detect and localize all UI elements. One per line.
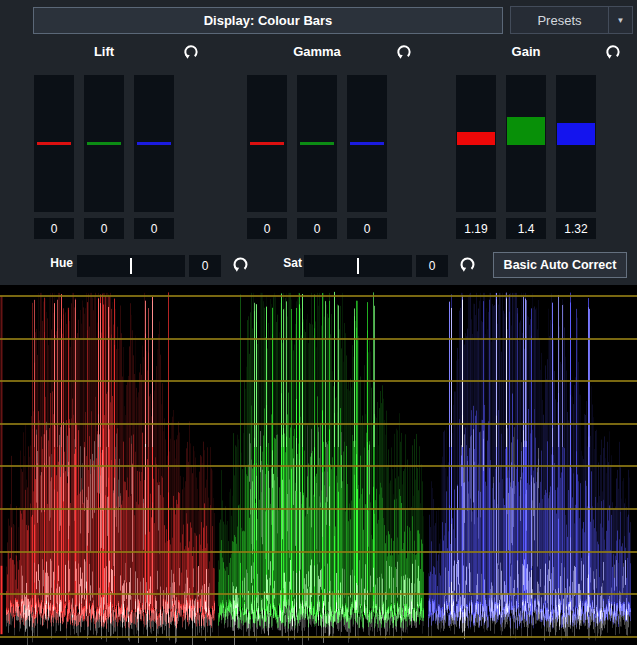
- hue-label: Hue: [38, 256, 73, 270]
- gain-green-value[interactable]: 1.4: [506, 218, 546, 239]
- gamma-blue-slider[interactable]: [347, 75, 387, 212]
- lift-green-handle[interactable]: [87, 142, 121, 145]
- lift-blue-value[interactable]: 0: [134, 218, 174, 239]
- gamma-blue-handle[interactable]: [350, 142, 384, 145]
- gain-reset-icon[interactable]: [604, 43, 622, 61]
- hue-slider[interactable]: [77, 255, 185, 277]
- basic-auto-correct-button[interactable]: Basic Auto Correct: [493, 252, 627, 278]
- gamma-green-value[interactable]: 0: [297, 218, 337, 239]
- gamma-label: Gamma: [247, 44, 387, 59]
- lift-green-slider[interactable]: [84, 75, 124, 212]
- reset-circular-arrow-icon: [231, 255, 250, 274]
- sat-label: Sat: [266, 256, 302, 270]
- gamma-red-slider[interactable]: [247, 75, 287, 212]
- lift-blue-slider[interactable]: [134, 75, 174, 212]
- gain-green-slider[interactable]: [506, 75, 546, 212]
- chevron-down-icon: ▼: [617, 16, 625, 25]
- rgb-parade-waveform-scope: [0, 285, 637, 645]
- display-mode-label: Display: Colour Bars: [204, 13, 333, 28]
- lift-red-slider[interactable]: [34, 75, 74, 212]
- lift-green-value[interactable]: 0: [84, 218, 124, 239]
- gamma-green-slider[interactable]: [297, 75, 337, 212]
- gamma-blue-value[interactable]: 0: [347, 218, 387, 239]
- gain-label: Gain: [456, 44, 596, 59]
- gain-section: Gain 1.19 1.4 1.32: [456, 40, 626, 245]
- display-mode-button[interactable]: Display: Colour Bars: [33, 7, 503, 34]
- gain-blue-slider[interactable]: [556, 75, 596, 212]
- reset-circular-arrow-icon: [604, 43, 622, 61]
- presets-dropdown-button[interactable]: ▼: [608, 7, 632, 33]
- hue-reset-icon[interactable]: [231, 255, 251, 275]
- basic-auto-correct-label: Basic Auto Correct: [504, 258, 617, 272]
- gain-blue-handle[interactable]: [557, 123, 595, 145]
- reset-circular-arrow-icon: [395, 43, 413, 61]
- sat-reset-icon[interactable]: [458, 255, 478, 275]
- sat-slider-handle[interactable]: [357, 258, 359, 274]
- gain-blue-value[interactable]: 1.32: [556, 218, 596, 239]
- gain-red-value[interactable]: 1.19: [456, 218, 496, 239]
- lift-red-handle[interactable]: [37, 142, 71, 145]
- presets-button[interactable]: Presets ▼: [510, 6, 633, 34]
- gain-red-slider[interactable]: [456, 75, 496, 212]
- hue-value[interactable]: 0: [189, 255, 221, 277]
- gamma-green-handle[interactable]: [300, 142, 334, 145]
- lift-label: Lift: [34, 44, 174, 59]
- reset-circular-arrow-icon: [458, 255, 477, 274]
- colour-correction-panel: Display: Colour Bars Presets ▼ Lift 0 0 …: [0, 0, 637, 645]
- lift-blue-handle[interactable]: [137, 142, 171, 145]
- gamma-section: Gamma 0 0 0: [247, 40, 417, 245]
- gamma-red-value[interactable]: 0: [247, 218, 287, 239]
- lift-section: Lift 0 0 0: [34, 40, 204, 245]
- reset-circular-arrow-icon: [182, 43, 200, 61]
- gamma-reset-icon[interactable]: [395, 43, 413, 61]
- gain-red-handle[interactable]: [457, 132, 495, 145]
- lift-red-value[interactable]: 0: [34, 218, 74, 239]
- sat-slider[interactable]: [304, 255, 412, 277]
- gamma-red-handle[interactable]: [250, 142, 284, 145]
- sat-value[interactable]: 0: [416, 255, 448, 277]
- lift-reset-icon[interactable]: [182, 43, 200, 61]
- gain-green-handle[interactable]: [507, 117, 545, 145]
- presets-label: Presets: [511, 7, 608, 33]
- hue-slider-handle[interactable]: [130, 258, 132, 274]
